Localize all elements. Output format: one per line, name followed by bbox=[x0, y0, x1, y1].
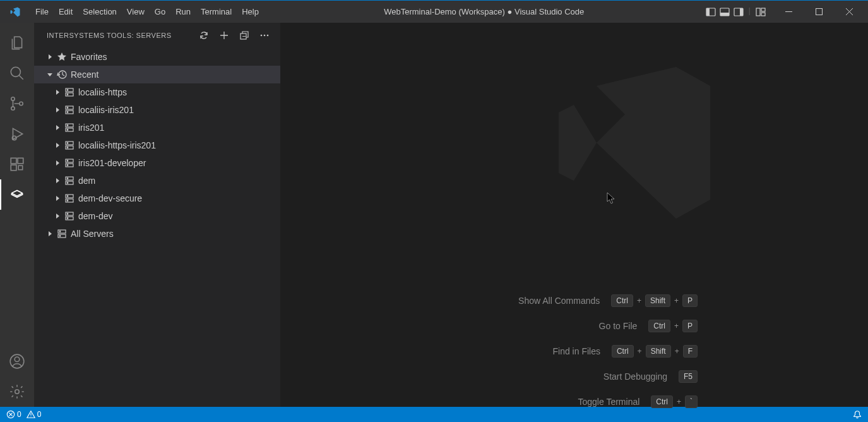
shortcut-keys: Ctrl+` bbox=[651, 395, 698, 408]
activity-intersystems[interactable] bbox=[0, 179, 34, 210]
menu-view[interactable]: View bbox=[122, 1, 150, 23]
tree-label: Favorites bbox=[68, 52, 107, 62]
svg-point-11 bbox=[11, 97, 15, 100]
server-icon bbox=[63, 123, 76, 133]
activity-run-debug[interactable] bbox=[0, 119, 34, 149]
svg-point-53 bbox=[67, 196, 68, 197]
shortcut-row: Find in FilesCtrl+Shift+F bbox=[518, 345, 698, 358]
svg-rect-5 bbox=[740, 8, 743, 16]
svg-point-42 bbox=[67, 147, 68, 148]
svg-point-49 bbox=[67, 178, 68, 179]
key: Shift bbox=[645, 294, 670, 307]
status-warnings[interactable]: 0 bbox=[27, 410, 42, 419]
tree-server-item[interactable]: localiis-https-iris201 bbox=[34, 136, 280, 154]
sidebar: INTERSYSTEMS TOOLS: SERVERS Favorites bbox=[34, 23, 280, 407]
tree-label: dem bbox=[76, 176, 95, 186]
menu-help[interactable]: Help bbox=[237, 1, 264, 23]
add-icon[interactable] bbox=[218, 30, 230, 41]
main-area: INTERSYSTEMS TOOLS: SERVERS Favorites bbox=[0, 23, 868, 407]
tree-server-item[interactable]: iris201-developer bbox=[34, 154, 280, 172]
activity-search[interactable] bbox=[0, 58, 34, 88]
key: ` bbox=[685, 395, 698, 408]
sidebar-header: INTERSYSTEMS TOOLS: SERVERS bbox=[34, 23, 280, 48]
shortcut-keys: Ctrl+P bbox=[648, 320, 698, 332]
menu-file[interactable]: File bbox=[30, 1, 54, 23]
layout-panel-icon[interactable] bbox=[718, 6, 731, 18]
refresh-icon[interactable] bbox=[198, 30, 210, 41]
menu-edit[interactable]: Edit bbox=[54, 1, 78, 23]
shortcut-row: Toggle TerminalCtrl+` bbox=[518, 395, 698, 408]
status-errors[interactable]: 0 bbox=[6, 410, 21, 419]
tree-server-item[interactable]: localiis-https bbox=[34, 83, 280, 101]
tree-server-item[interactable]: dem-dev-secure bbox=[34, 190, 280, 207]
svg-point-29 bbox=[67, 90, 68, 91]
star-icon bbox=[56, 52, 68, 62]
minimize-button[interactable] bbox=[775, 1, 802, 23]
shortcut-keys: Ctrl+Shift+F bbox=[612, 345, 698, 358]
menu-selection[interactable]: Selection bbox=[78, 1, 121, 23]
svg-point-12 bbox=[11, 107, 15, 110]
collapse-all-icon[interactable] bbox=[239, 30, 250, 41]
tree-label: dem-dev-secure bbox=[76, 193, 142, 203]
svg-point-54 bbox=[67, 200, 68, 202]
svg-rect-3 bbox=[720, 13, 729, 16]
history-icon bbox=[56, 69, 68, 80]
activity-explorer[interactable] bbox=[0, 28, 34, 58]
svg-point-46 bbox=[67, 165, 68, 166]
key: F bbox=[683, 345, 698, 358]
layout-sidebar-right-icon[interactable] bbox=[732, 6, 745, 18]
tree-label: iris201-developer bbox=[76, 158, 146, 168]
menu-terminal[interactable]: Terminal bbox=[196, 1, 237, 23]
shortcut-keys: Ctrl+Shift+P bbox=[611, 294, 698, 307]
shortcut-label: Go to File bbox=[599, 321, 638, 331]
chevron-right-icon bbox=[52, 212, 63, 220]
error-icon bbox=[6, 410, 15, 419]
key: Ctrl bbox=[611, 294, 633, 307]
server-icon bbox=[63, 158, 76, 168]
chevron-down-icon bbox=[44, 71, 56, 78]
menu-go[interactable]: Go bbox=[150, 1, 170, 23]
svg-point-45 bbox=[67, 160, 68, 162]
tree-server-item[interactable]: dem bbox=[34, 172, 280, 190]
close-button[interactable] bbox=[835, 1, 863, 23]
tree-favorites[interactable]: Favorites bbox=[34, 48, 280, 66]
tree-recent[interactable]: Recent bbox=[34, 66, 280, 83]
svg-point-57 bbox=[67, 214, 68, 215]
key: P bbox=[682, 294, 698, 307]
menu-bar: File Edit Selection View Go Run Terminal… bbox=[30, 1, 264, 23]
chevron-right-icon bbox=[44, 230, 56, 238]
key: Shift bbox=[646, 345, 671, 358]
editor-area: Show All CommandsCtrl+Shift+PGo to FileC… bbox=[280, 23, 868, 407]
sidebar-title: INTERSYSTEMS TOOLS: SERVERS bbox=[47, 32, 198, 39]
shortcut-list: Show All CommandsCtrl+Shift+PGo to FileC… bbox=[518, 294, 698, 408]
server-icon bbox=[56, 229, 68, 239]
svg-point-23 bbox=[261, 35, 263, 37]
title-bar: File Edit Selection View Go Run Terminal… bbox=[0, 0, 868, 23]
warning-icon bbox=[27, 410, 35, 419]
activity-source-control[interactable] bbox=[0, 88, 34, 119]
activity-extensions[interactable] bbox=[0, 149, 34, 179]
status-bar: 0 0 bbox=[0, 407, 868, 422]
svg-point-41 bbox=[67, 143, 68, 144]
layout-sidebar-left-icon[interactable] bbox=[705, 6, 717, 18]
tree-server-item[interactable]: dem-dev bbox=[34, 207, 280, 225]
tree-label: localiis-https-iris201 bbox=[76, 140, 156, 150]
key: Ctrl bbox=[648, 320, 670, 332]
tree-server-item[interactable]: iris201 bbox=[34, 119, 280, 136]
status-notifications[interactable] bbox=[853, 410, 862, 419]
tree-label: localiis-https bbox=[76, 87, 127, 97]
more-icon[interactable] bbox=[259, 30, 270, 41]
svg-point-25 bbox=[267, 35, 269, 37]
tree-label: Recent bbox=[68, 69, 98, 80]
menu-run[interactable]: Run bbox=[170, 1, 196, 23]
activity-accounts[interactable] bbox=[0, 346, 34, 377]
svg-point-37 bbox=[67, 125, 68, 126]
activity-bar bbox=[0, 23, 34, 407]
svg-point-10 bbox=[11, 67, 20, 76]
tree-all-servers[interactable]: All Servers bbox=[34, 225, 280, 243]
tree-server-item[interactable]: localiis-iris201 bbox=[34, 101, 280, 119]
activity-settings[interactable] bbox=[0, 377, 34, 407]
svg-point-58 bbox=[67, 218, 68, 219]
customize-layout-icon[interactable] bbox=[754, 6, 767, 18]
maximize-button[interactable] bbox=[805, 1, 833, 23]
